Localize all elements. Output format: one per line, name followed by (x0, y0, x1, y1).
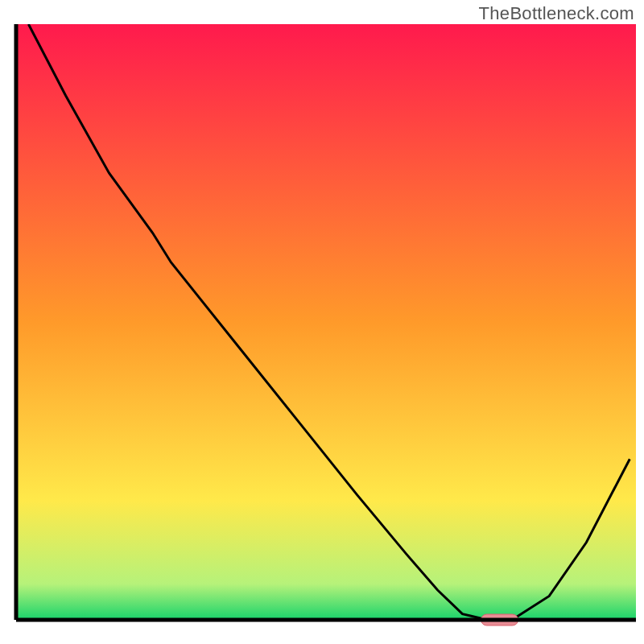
bottleneck-curve-chart (0, 0, 644, 644)
chart-container: TheBottleneck.com (0, 0, 644, 644)
gradient-background (16, 24, 636, 620)
watermark-label: TheBottleneck.com (479, 3, 634, 24)
